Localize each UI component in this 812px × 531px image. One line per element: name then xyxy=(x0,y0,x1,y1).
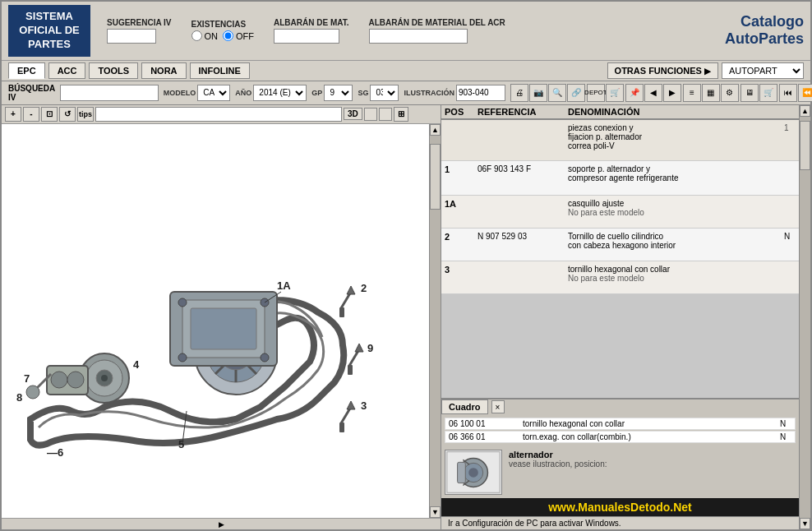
busqueda-label: BÚSQUEDA IV xyxy=(8,84,55,102)
cuadro-tab[interactable]: Cuadro xyxy=(441,399,488,414)
svg-point-27 xyxy=(26,386,39,399)
list-icon[interactable]: ≡ xyxy=(683,84,701,102)
sugerencia-input[interactable] xyxy=(107,29,156,44)
zoom-bar: + - ⊡ ↺ tips 3D ⊞ xyxy=(2,105,441,124)
radio-off[interactable]: OFF xyxy=(223,30,254,41)
watermark-text: www.ManualesDetodo.Net xyxy=(548,501,692,514)
cuadro-row[interactable]: 06 366 01 torn.exag. con collar(combin.)… xyxy=(445,431,796,443)
settings-icon[interactable]: ⚙ xyxy=(721,84,739,102)
right-scroll-up[interactable]: ▲ xyxy=(800,105,810,117)
cuadro-rows: 06 100 01 tornillo hexagonal con collar … xyxy=(441,418,799,445)
parts-diagram-svg: 1A 2 9 3 5 —6 4 7 8 xyxy=(6,164,425,477)
part-thumbnail xyxy=(445,450,502,495)
scroll-down-btn[interactable]: ▼ xyxy=(430,506,441,518)
svg-rect-30 xyxy=(339,307,344,317)
svg-marker-35 xyxy=(347,401,355,409)
view-toggle2[interactable] xyxy=(379,108,392,121)
svg-marker-32 xyxy=(355,344,363,352)
right-scrollbar: ▲ ▼ xyxy=(799,105,810,529)
svg-marker-29 xyxy=(347,286,355,294)
scroll-up-btn[interactable]: ▲ xyxy=(430,124,441,136)
tab-infoline[interactable]: INFOLINE xyxy=(190,62,250,79)
table-row[interactable]: piezas conexion yfijacion p. alternadorc… xyxy=(441,120,799,161)
gp-select[interactable]: 9 xyxy=(324,85,353,101)
svg-rect-52 xyxy=(458,462,466,483)
svg-text:5: 5 xyxy=(178,438,184,450)
autopart-select[interactable]: AUTOPART xyxy=(722,62,804,79)
table-row[interactable]: 3 tornillo hexagonal con collarNo para e… xyxy=(441,261,799,294)
cuadro-panel: Cuadro × 06 100 01 tornillo hexagonal co… xyxy=(441,398,799,498)
svg-rect-14 xyxy=(191,308,256,349)
svg-point-51 xyxy=(468,468,478,478)
sg-group: SG 03 xyxy=(358,85,399,101)
bottom-scroll-arrow[interactable]: ▶ xyxy=(2,518,441,529)
cart-icon[interactable]: 🛒 xyxy=(606,84,624,102)
svg-text:1A: 1A xyxy=(277,279,291,292)
table-body: piezas conexion yfijacion p. alternadorc… xyxy=(441,120,799,398)
svg-point-18 xyxy=(261,353,269,362)
camera-icon[interactable]: 📷 xyxy=(529,84,547,102)
cell-den-2: Tornillo de cuello cilindricocon cabeza … xyxy=(568,232,784,250)
gp-group: GP 9 xyxy=(311,85,353,101)
right-scroll-down[interactable]: ▼ xyxy=(800,518,810,529)
modelo-select[interactable]: CA xyxy=(197,85,230,101)
zoom-search-icon[interactable]: 🔍 xyxy=(548,84,566,102)
cuadro-den-0: tornillo hexagonal con collar xyxy=(523,419,780,428)
tab-nora[interactable]: NORA xyxy=(141,62,186,79)
pin-icon[interactable]: 📌 xyxy=(625,84,644,102)
toolbar-icons: 🖨 📷 🔍 🔗 DEPOT 🛒 📌 ◀ ▶ ≡ ▦ ⚙ 🖥 🛒 xyxy=(510,84,812,102)
first-icon[interactable]: ⏮ xyxy=(779,84,797,102)
table-row[interactable]: 2 N 907 529 03 Tornillo de cuello cilind… xyxy=(441,229,799,261)
sg-select[interactable]: 03 xyxy=(370,85,399,101)
cell-den-3: tornillo hexagonal con collarNo para est… xyxy=(568,265,796,283)
albaran-acr-label: ALBARÁN DE MATERIAL DEL ACR xyxy=(369,18,505,27)
zoom-fit-btn[interactable]: ⊡ xyxy=(41,107,58,122)
cuadro-close-btn[interactable]: × xyxy=(491,400,505,413)
back-icon[interactable]: ◀ xyxy=(644,84,662,102)
albaran-mat-input[interactable] xyxy=(274,29,339,44)
zoom-reset-btn[interactable]: ↺ xyxy=(59,107,76,122)
grid-icon[interactable]: ▦ xyxy=(702,84,720,102)
diagram-search-input[interactable] xyxy=(95,107,342,122)
tab-acc[interactable]: ACC xyxy=(48,62,86,79)
existencias-radio-group: ON OFF xyxy=(191,30,255,41)
prev-icon[interactable]: ⏪ xyxy=(798,84,812,102)
zoom-out-btn[interactable]: - xyxy=(23,107,39,122)
otras-funciones-button[interactable]: OTRAS FUNCIONES ▶ xyxy=(607,62,718,79)
ano-group: AÑO 2014 (E) xyxy=(235,85,307,101)
cart2-icon[interactable]: 🛒 xyxy=(759,84,777,102)
3d-btn[interactable]: 3D xyxy=(344,108,362,120)
svg-text:—6: —6 xyxy=(47,446,63,459)
view-expand[interactable]: ⊞ xyxy=(394,107,408,122)
zoom-info-btn[interactable]: tips xyxy=(77,107,94,122)
depot-icon[interactable]: DEPOT xyxy=(587,84,605,102)
albaran-mat-label: ALBARÁN DE MAT. xyxy=(274,18,348,27)
link-icon[interactable]: 🔗 xyxy=(567,84,585,102)
ano-select[interactable]: 2014 (E) xyxy=(253,85,307,101)
print-icon[interactable]: 🖨 xyxy=(510,84,528,102)
svg-text:3: 3 xyxy=(361,399,367,412)
table-row[interactable]: 1A casquillo ajusteNo para este modelo xyxy=(441,196,799,229)
zoom-in-btn[interactable]: + xyxy=(5,107,21,122)
monitor-icon[interactable]: 🖥 xyxy=(740,84,759,102)
search-bar: BÚSQUEDA IV MODELO CA AÑO 2014 (E) GP 9 … xyxy=(2,81,810,105)
image-text-area: alternador vease ilustracion, posicion: xyxy=(509,450,796,495)
vease-label: vease ilustracion, posicion: xyxy=(509,459,796,469)
cuadro-row[interactable]: 06 100 01 tornillo hexagonal con collar … xyxy=(445,418,796,430)
table-header: POS REFERENCIA DENOMINACIÓN xyxy=(441,105,799,120)
gp-label: GP xyxy=(311,89,322,97)
radio-on[interactable]: ON xyxy=(191,30,219,41)
catalog-logo: Catalogo AutoPartes xyxy=(725,13,804,48)
ilustracion-input[interactable] xyxy=(456,85,505,101)
svg-text:4: 4 xyxy=(133,358,140,371)
albaran-acr-input[interactable] xyxy=(369,29,468,44)
top-bar: SISTEMA OFICIAL DE PARTES SUGERENCIA IV … xyxy=(2,2,810,61)
table-row[interactable]: 1 06F 903 143 F soporte p. alternador yc… xyxy=(441,161,799,196)
busqueda-input[interactable] xyxy=(60,85,159,101)
tab-epc[interactable]: EPC xyxy=(8,62,45,79)
forward-icon[interactable]: ▶ xyxy=(663,84,681,102)
svg-point-24 xyxy=(51,372,67,388)
cuadro-den-1: torn.exag. con collar(combin.) xyxy=(523,432,780,441)
view-toggle1[interactable] xyxy=(364,108,377,121)
tab-tools[interactable]: TOOLS xyxy=(89,62,138,79)
